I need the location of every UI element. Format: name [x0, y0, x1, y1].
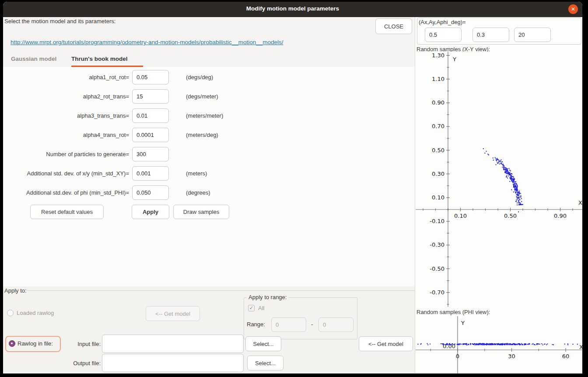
apply-to-range-legend: Apply to range:	[247, 294, 288, 300]
apply-to-legend: Apply to:	[4, 287, 27, 294]
select-input-file-button[interactable]: Select...	[245, 336, 281, 351]
alpha3-unit: (meters/meter)	[186, 112, 223, 119]
svg-text:-0.50: -0.50	[430, 265, 444, 272]
range-from-input[interactable]: 0	[271, 318, 306, 332]
phi-scatter-plot: 030600.00XY	[416, 316, 582, 374]
svg-text:0.70: 0.70	[432, 123, 444, 129]
tab-thrun-book-model[interactable]: Thrun's book model	[71, 56, 127, 62]
ax-input[interactable]: 0.5	[425, 28, 462, 42]
apply-to-section: Apply to: Loaded rawlog <-- Get model Ap…	[3, 286, 415, 374]
alpha4-input[interactable]: 0.0001	[132, 128, 169, 142]
all-checkbox[interactable]: ✓	[248, 305, 255, 311]
loaded-rawlog-radio[interactable]	[7, 310, 14, 316]
alpha4-unit: (meters/deg)	[186, 132, 218, 138]
svg-text:60: 60	[562, 353, 570, 360]
check-icon: ✓	[249, 305, 253, 311]
select-model-label: Select the motion model and its paramete…	[4, 18, 116, 24]
xy-scatter-plot: 0.100.500.901.301.100.900.700.500.300.10…	[416, 52, 582, 307]
select-output-file-button[interactable]: Select...	[247, 356, 284, 370]
output-file-label: Output file:	[3, 360, 101, 367]
alpha1-unit: (degs/deg)	[186, 74, 213, 80]
window-close-button[interactable]: ✕	[568, 4, 578, 14]
loaded-rawlog-label: Loaded rawlog	[17, 310, 54, 316]
svg-text:0: 0	[456, 353, 459, 360]
reset-defaults-button[interactable]: Reset default values	[30, 205, 104, 219]
svg-text:-0.70: -0.70	[430, 289, 444, 296]
get-model-button-disabled[interactable]: <-- Get model	[146, 306, 200, 321]
min-std-xy-unit: (meters)	[186, 170, 207, 177]
all-checkbox-label: All	[258, 305, 264, 311]
svg-text:0.50: 0.50	[432, 147, 444, 154]
particles-input[interactable]: 300	[132, 147, 169, 161]
svg-text:0.90: 0.90	[432, 99, 444, 106]
svg-text:X: X	[578, 199, 582, 206]
range-label: Range:	[247, 321, 265, 328]
panel-divider	[415, 17, 415, 374]
svg-text:X: X	[579, 344, 582, 350]
svg-text:1.10: 1.10	[432, 76, 444, 82]
alpha4-label: alpha4_trans_rot=	[3, 132, 129, 138]
aphi-input[interactable]: 20	[514, 28, 551, 42]
particles-label: Number of particles to generate=	[3, 151, 129, 157]
tab-gaussian-model[interactable]: Gaussian model	[11, 56, 56, 62]
alpha2-input[interactable]: 15	[132, 89, 169, 104]
alpha2-label: alpha2_rot_trans=	[3, 93, 129, 100]
alpha2-unit: (degs/meter)	[186, 93, 218, 100]
apply-button[interactable]: Apply	[132, 205, 169, 219]
min-std-phi-unit: (degrees)	[186, 189, 210, 196]
alpha1-input[interactable]: 0.05	[132, 70, 169, 84]
alpha3-input[interactable]: 0.01	[132, 108, 169, 123]
close-icon: ✕	[571, 6, 575, 12]
svg-text:0.50: 0.50	[504, 213, 517, 219]
min-std-xy-input[interactable]: 0.001	[132, 166, 169, 181]
min-std-xy-label: Additional std. dev. of x/y (min_std_XY)…	[3, 170, 129, 177]
ay-input[interactable]: 0.3	[472, 28, 509, 42]
pose-increment-label: (Ax,Ay,Aphi_deg)=	[419, 19, 466, 25]
window-title: Modify motion model parameters	[3, 5, 582, 12]
svg-text:1.30: 1.30	[432, 52, 444, 59]
svg-text:0.10: 0.10	[454, 213, 467, 219]
svg-text:Y: Y	[461, 320, 465, 326]
svg-text:Y: Y	[452, 56, 456, 63]
tab-bar: Gaussian model Thrun's book model	[3, 52, 415, 67]
close-dialog-button[interactable]: CLOSE	[375, 18, 412, 34]
input-file-label: Input file:	[3, 341, 101, 347]
min-std-phi-input[interactable]: 0.050	[132, 185, 169, 200]
phi-plot-title: Random samples (PHI view):	[416, 309, 490, 315]
draw-samples-button[interactable]: Draw samples	[173, 205, 229, 219]
thrun-model-form: alpha1_rot_rot= 0.05 (degs/deg) alpha2_r…	[3, 67, 415, 286]
svg-text:-0.30: -0.30	[430, 241, 444, 248]
svg-text:30: 30	[508, 353, 515, 360]
svg-text:-0.10: -0.10	[430, 218, 444, 224]
svg-text:0.90: 0.90	[554, 213, 567, 219]
range-dash: -	[311, 321, 313, 328]
alpha3-label: alpha3_trans_trans=	[3, 112, 129, 119]
title-bar[interactable]: Modify motion model parameters ✕	[3, 2, 582, 17]
svg-text:0.10: 0.10	[432, 194, 444, 201]
mrpt-tutorial-link[interactable]: http://www.mrpt.org/tutorials/programmin…	[10, 39, 284, 45]
fieldset-line	[27, 290, 415, 291]
output-file-input[interactable]	[102, 354, 244, 372]
min-std-phi-label: Additional std.dev. of phi (min_std_PHI)…	[3, 189, 129, 196]
get-model-button[interactable]: <-- Get model	[359, 336, 413, 351]
alpha1-label: alpha1_rot_rot=	[3, 74, 129, 80]
range-to-input[interactable]: 0	[318, 318, 354, 332]
dialog-window: Modify motion model parameters ✕ Select …	[3, 2, 582, 374]
input-file-input[interactable]	[102, 335, 244, 353]
svg-text:0.30: 0.30	[432, 171, 444, 177]
